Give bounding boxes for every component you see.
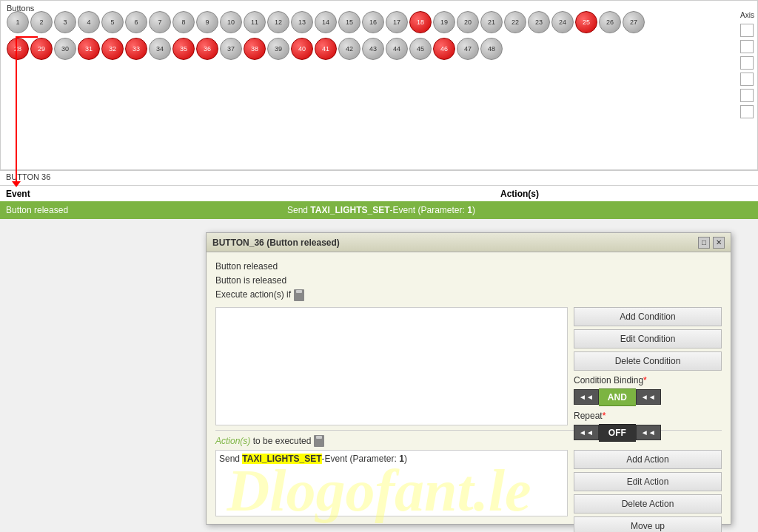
modal-close-button[interactable]: ✕ (713, 237, 725, 249)
repeat-toggle: ◄◄ OFF ◄◄ (574, 424, 722, 442)
button-30[interactable]: 30 (54, 38, 76, 60)
execute-label: Execute action(s) if (215, 288, 291, 302)
repeat-label: Repeat* (574, 411, 663, 421)
condition-binding-label: Condition Binding* (574, 375, 663, 385)
button-33[interactable]: 33 (125, 38, 147, 60)
button-31[interactable]: 31 (78, 38, 100, 60)
repeat-arrow-right[interactable]: ◄◄ (636, 425, 661, 440)
button-37[interactable]: 37 (220, 38, 242, 60)
binding-arrow-right[interactable]: ◄◄ (636, 389, 661, 405)
clipboard-icon[interactable] (294, 289, 304, 301)
button-11[interactable]: 11 (244, 11, 266, 33)
button-41[interactable]: 41 (315, 38, 337, 60)
axis-boxes: Axis (740, 11, 754, 118)
event-row[interactable]: Button released Send TAXI_LIGHTS_SET-Eve… (0, 201, 758, 219)
button-39[interactable]: 39 (267, 38, 289, 60)
event-row-action-text: Send TAXI_LIGHTS_SET-Event (Parameter: 1… (281, 205, 758, 215)
button-7[interactable]: 7 (149, 11, 171, 33)
axis-box-4[interactable] (740, 73, 754, 86)
button-20[interactable]: 20 (457, 11, 479, 33)
condition-binding-row: Condition Binding* (574, 375, 722, 385)
buttons-panel: Buttons Axis 123456789101112131415161718… (0, 0, 758, 170)
button-27[interactable]: 27 (623, 11, 645, 33)
repeat-value: OFF (599, 424, 636, 442)
button-40[interactable]: 40 (291, 38, 313, 60)
action-item: Send TAXI_LIGHTS_SET-Event (Parameter: 1… (219, 454, 564, 464)
button-36[interactable]: 36 (196, 38, 218, 60)
repeat-arrow-left[interactable]: ◄◄ (574, 425, 599, 440)
button-label: BUTTON 36 (6, 172, 50, 181)
axis-box-2[interactable] (740, 40, 754, 53)
button-21[interactable]: 21 (480, 11, 503, 33)
button-2[interactable]: 2 (30, 11, 53, 33)
add-action-button[interactable]: Add Action (574, 450, 722, 469)
delete-condition-button[interactable]: Delete Condition (574, 351, 722, 371)
edit-condition-button[interactable]: Edit Condition (574, 329, 722, 349)
buttons-row-2: 2829303132333435363738394041424344454647… (7, 38, 503, 60)
button-34[interactable]: 34 (149, 38, 171, 60)
button-32[interactable]: 32 (101, 38, 124, 60)
action-col-header: Action(s) (281, 189, 758, 199)
button-43[interactable]: 43 (362, 38, 384, 60)
button-19[interactable]: 19 (433, 11, 455, 33)
action-highlight: TAXI_LIGHTS_SET (242, 454, 321, 464)
button-44[interactable]: 44 (386, 38, 408, 60)
button-26[interactable]: 26 (599, 11, 621, 33)
binding-value: AND (599, 388, 636, 406)
button-6[interactable]: 6 (125, 11, 147, 33)
button-18[interactable]: 18 (409, 11, 432, 33)
move-up-button[interactable]: Move up (574, 516, 722, 532)
axis-box-6[interactable] (740, 105, 754, 118)
button-10[interactable]: 10 (220, 11, 242, 33)
button-22[interactable]: 22 (504, 11, 526, 33)
button-47[interactable]: 47 (457, 38, 479, 60)
button-35[interactable]: 35 (172, 38, 195, 60)
conditions-list (215, 307, 568, 425)
button-9[interactable]: 9 (196, 11, 218, 33)
modal-dialog: BUTTON_36 (Button released) □ ✕ Button r… (206, 232, 731, 525)
axis-box-3[interactable] (740, 56, 754, 70)
event-row-event-text: Button released (0, 205, 281, 215)
axis-box-1[interactable] (740, 24, 754, 37)
modal-body: Button released Button is released Execu… (207, 252, 731, 524)
add-condition-button[interactable]: Add Condition (574, 307, 722, 326)
button-23[interactable]: 23 (528, 11, 550, 33)
delete-action-button[interactable]: Delete Action (574, 494, 722, 514)
button-5[interactable]: 5 (101, 11, 124, 33)
button-24[interactable]: 24 (551, 11, 574, 33)
button-14[interactable]: 14 (315, 11, 337, 33)
selection-line-h (16, 36, 38, 38)
binding-arrow-left[interactable]: ◄◄ (574, 389, 599, 405)
button-42[interactable]: 42 (338, 38, 360, 60)
repeat-row: Repeat* (574, 411, 722, 421)
button-38[interactable]: 38 (244, 38, 266, 60)
selection-line-v (16, 36, 17, 184)
actions-clipboard-icon[interactable] (314, 435, 324, 447)
button-1[interactable]: 1 (7, 11, 29, 33)
button-15[interactable]: 15 (338, 11, 360, 33)
modal-minimize-button[interactable]: □ (698, 237, 710, 249)
button-48[interactable]: 48 (480, 38, 503, 60)
button-label-bar: BUTTON 36 (0, 170, 758, 185)
button-28[interactable]: 28 (7, 38, 29, 60)
edit-action-button[interactable]: Edit Action (574, 472, 722, 491)
button-16[interactable]: 16 (362, 11, 384, 33)
condition-binding-toggle: ◄◄ AND ◄◄ (574, 388, 722, 406)
conditions-area: Add Condition Edit Condition Delete Cond… (215, 307, 722, 425)
buttons-row-1: 1234567891011121314151617181920212223242… (7, 11, 645, 33)
axis-box-5[interactable] (740, 89, 754, 102)
modal-titlebar: BUTTON_36 (Button released) □ ✕ (207, 233, 731, 252)
modal-line1: Button released (215, 260, 722, 274)
button-29[interactable]: 29 (30, 38, 53, 60)
button-3[interactable]: 3 (54, 11, 76, 33)
selection-arrow (12, 181, 21, 187)
button-12[interactable]: 12 (267, 11, 289, 33)
button-13[interactable]: 13 (291, 11, 313, 33)
button-4[interactable]: 4 (78, 11, 100, 33)
button-25[interactable]: 25 (575, 11, 597, 33)
button-46[interactable]: 46 (433, 38, 455, 60)
button-17[interactable]: 17 (386, 11, 408, 33)
actions-buttons: Add Action Edit Action Delete Action Mov… (574, 450, 722, 516)
button-45[interactable]: 45 (409, 38, 432, 60)
button-8[interactable]: 8 (172, 11, 195, 33)
